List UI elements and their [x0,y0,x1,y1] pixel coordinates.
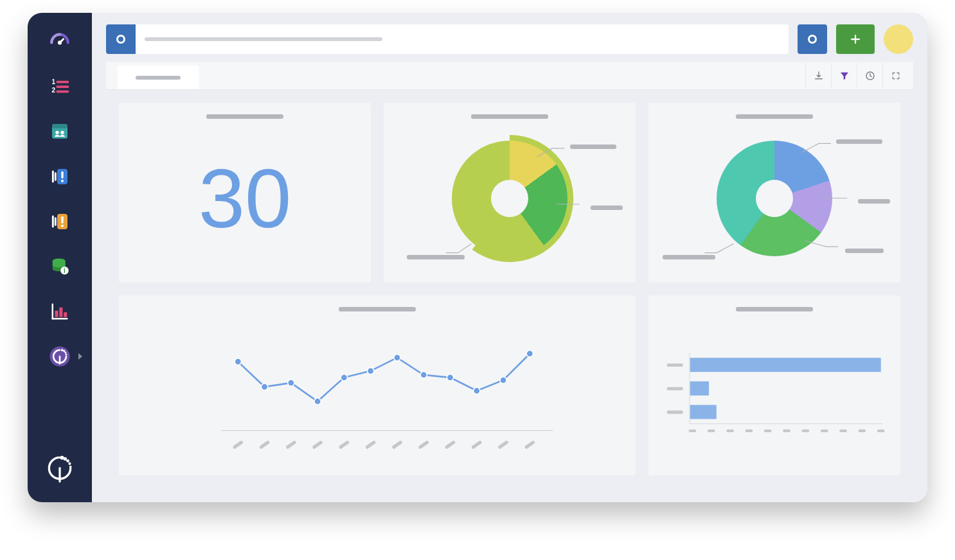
svg-point-68 [500,377,506,383]
svg-rect-7 [52,127,67,139]
svg-rect-80 [726,430,734,432]
sidebar-item-warnings[interactable] [46,208,73,235]
svg-text:1: 1 [52,78,56,85]
avatar[interactable] [884,24,913,54]
svg-line-55 [474,442,480,447]
svg-rect-82 [764,430,772,432]
svg-line-46 [235,442,241,447]
alert-blue-icon [49,166,70,187]
svg-point-34 [61,349,64,351]
filter-icon [839,71,850,81]
svg-rect-70 [667,363,683,367]
sidebar-item-list[interactable]: 1 2 [46,73,73,100]
kpi-value: 30 [132,125,358,271]
filter-button[interactable] [831,63,857,89]
svg-point-63 [368,367,374,374]
svg-rect-28 [59,308,62,317]
svg-point-66 [447,374,453,381]
svg-line-50 [341,442,347,447]
users-box-icon [49,121,70,142]
svg-rect-84 [802,430,810,432]
svg-rect-75 [690,358,881,372]
svg-line-52 [394,442,400,447]
svg-line-57 [526,442,533,447]
svg-point-31 [66,354,67,356]
svg-point-64 [394,354,400,361]
svg-point-59 [261,383,267,390]
svg-line-51 [368,442,374,447]
svg-point-33 [63,350,65,352]
topbar [92,13,927,62]
plus-icon [850,33,861,45]
history-button[interactable] [857,63,882,89]
svg-line-47 [261,442,267,447]
sidebar-item-dashboard[interactable] [46,28,73,55]
svg-line-54 [447,442,453,447]
svg-point-40 [60,456,64,460]
svg-rect-77 [690,405,717,419]
numbered-list-icon: 1 2 [50,77,69,96]
line-card [119,295,636,475]
content-panel: 30 [106,62,913,488]
action-button[interactable] [798,24,827,54]
search-input[interactable] [145,37,382,41]
svg-rect-76 [690,381,709,396]
svg-rect-87 [859,430,866,432]
chevron-right-icon [78,353,82,360]
card-title [206,114,283,119]
svg-point-32 [64,351,66,353]
add-button[interactable] [836,24,875,54]
svg-rect-79 [708,430,715,432]
card-title [736,307,813,311]
kpi-card: 30 [119,103,371,283]
sidebar-item-app[interactable] [46,343,73,370]
svg-rect-71 [667,387,683,390]
svg-rect-27 [55,311,58,317]
bar-chart [661,318,888,464]
search-bar[interactable] [106,24,789,54]
svg-line-48 [288,442,294,447]
svg-point-65 [420,372,427,378]
tab-active[interactable] [118,66,199,89]
donut2-card [648,103,900,283]
svg-point-61 [314,398,321,405]
svg-text:2: 2 [52,87,56,94]
svg-point-37 [68,462,71,465]
svg-point-67 [474,387,480,394]
dashboard-grid: 30 [106,90,913,488]
sidebar-item-users[interactable] [46,118,73,145]
sidebar: 1 2 [28,13,92,502]
svg-rect-83 [783,430,790,432]
svg-line-56 [500,442,506,447]
tab-label [136,76,181,80]
svg-line-49 [314,442,321,447]
sidebar-item-analytics[interactable] [46,298,73,325]
app-logo [44,452,76,484]
download-button[interactable] [805,63,831,89]
svg-point-69 [526,351,533,357]
app-window: 1 2 [28,13,927,502]
svg-point-36 [69,466,72,468]
bar-card [648,295,900,475]
svg-rect-29 [64,312,67,317]
expand-icon [891,71,900,80]
circle-icon [116,35,125,44]
tabbar [106,62,913,90]
svg-rect-88 [877,430,885,432]
donut2-chart [661,125,888,271]
database-icon: i [50,257,69,276]
svg-point-62 [341,374,347,381]
app-circle-icon [49,346,71,367]
svg-point-20 [61,225,64,227]
fullscreen-button[interactable] [882,63,908,89]
bar-chart-icon [50,302,69,321]
sidebar-item-alerts[interactable] [46,163,73,190]
clock-icon [865,71,875,81]
search-scope-button[interactable] [106,24,136,54]
sidebar-item-storage[interactable]: i [46,253,73,280]
download-icon [814,71,824,81]
svg-rect-78 [689,430,697,432]
card-title [736,114,813,119]
svg-point-38 [66,459,69,462]
circle-icon [808,35,817,44]
